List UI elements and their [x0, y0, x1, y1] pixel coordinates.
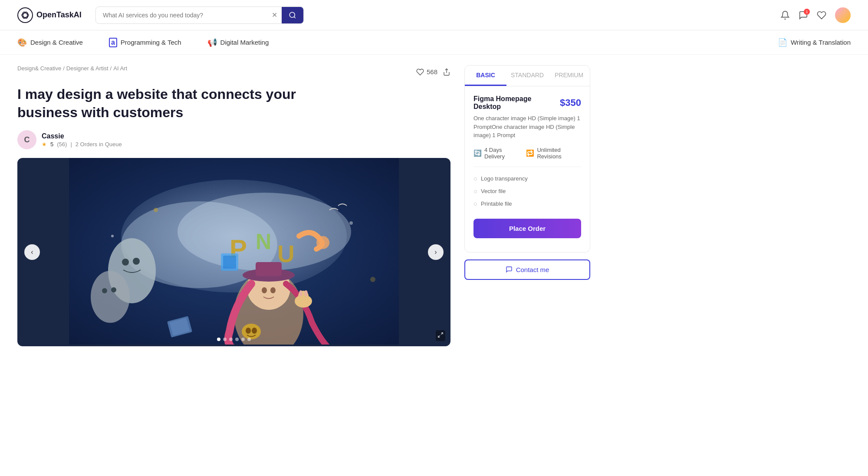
breadcrumb-designer[interactable]: Designer & Artist [66, 65, 108, 72]
svg-point-3 [289, 12, 295, 17]
star-icon: ★ [42, 141, 47, 148]
rating-count: (56) [57, 141, 67, 148]
revisions-text: Unlimited Revisions [537, 147, 581, 160]
nav-label-design: Design & Creative [30, 39, 83, 46]
rating-score: 5 [50, 141, 53, 148]
feature-label-3: Printable file [481, 200, 512, 207]
package-price: $350 [560, 97, 581, 108]
package-title-row: Figma Homepage Desktop $350 [473, 95, 581, 111]
delivery-icon: 🔄 [473, 149, 482, 157]
pricing-tabs: BASIC STANDARD PREMIUM [465, 66, 590, 86]
dot-6[interactable] [247, 338, 251, 341]
svg-point-38 [242, 324, 261, 339]
svg-point-12 [133, 258, 140, 265]
delivery-info: 🔄 4 Days Delivery [473, 147, 519, 160]
order-panel: BASIC STANDARD PREMIUM Figma Homepage De… [464, 65, 590, 346]
marketing-icon: 📢 [207, 38, 217, 47]
svg-point-11 [122, 259, 129, 266]
search-bar: ✕ [95, 7, 304, 24]
svg-point-30 [299, 290, 302, 296]
svg-point-39 [246, 328, 251, 334]
logo-text: OpenTaskAI [36, 10, 82, 20]
feature-check-1: ○ [473, 175, 477, 182]
svg-rect-25 [256, 262, 282, 276]
feature-label-1: Logo transparency [481, 175, 528, 182]
divider [473, 167, 581, 167]
svg-point-21 [316, 236, 329, 249]
listing-left: Design& Creative / Designer & Artist / A… [17, 65, 450, 346]
nav-item-programming[interactable]: a Programming & Tech [109, 38, 181, 47]
svg-point-40 [252, 328, 257, 334]
svg-point-26 [262, 287, 267, 293]
svg-line-42 [438, 335, 440, 337]
feature-1: ○ Logo transparency [473, 172, 581, 185]
feature-3: ○ Printable file [473, 197, 581, 210]
svg-point-31 [304, 290, 308, 296]
svg-text:N: N [256, 230, 271, 254]
author-avatar: C [17, 130, 36, 149]
feature-label-2: Vector file [481, 188, 506, 194]
like-count: 568 [416, 68, 437, 76]
main-nav: 🎨 Design & Creative a Programming & Tech… [0, 30, 868, 55]
revisions-icon: 🔁 [526, 149, 534, 157]
contact-section: Contact me [464, 259, 590, 280]
clear-search-button[interactable]: ✕ [267, 11, 282, 19]
share-icon [443, 68, 450, 76]
expand-icon[interactable] [436, 330, 445, 341]
feature-check-3: ○ [473, 200, 477, 207]
message-badge: 1 [804, 9, 810, 15]
avatar[interactable] [835, 7, 851, 23]
dot-1[interactable] [217, 338, 220, 341]
svg-point-32 [154, 208, 158, 212]
messages-button[interactable]: 1 [799, 10, 808, 20]
chat-bubble-icon [506, 266, 513, 273]
search-input[interactable] [96, 7, 267, 23]
nav-item-writing[interactable]: 📄 Writing & Translation [778, 38, 851, 47]
likes-number: 568 [427, 68, 437, 76]
page-title: I may design a website that connects you… [17, 85, 347, 121]
pricing-panel: BASIC STANDARD PREMIUM Figma Homepage De… [464, 65, 590, 253]
revisions-info: 🔁 Unlimited Revisions [526, 147, 581, 160]
heart-outline-icon [416, 68, 424, 76]
carousel-prev-button[interactable]: ‹ [24, 244, 40, 260]
feature-2: ○ Vector file [473, 185, 581, 197]
share-button[interactable] [443, 68, 450, 76]
breadcrumb-actions: 568 [416, 68, 450, 76]
nav-item-design[interactable]: 🎨 Design & Creative [17, 38, 83, 47]
dot-4[interactable] [235, 338, 239, 341]
tab-standard[interactable]: STANDARD [506, 66, 548, 86]
nav-label-marketing: Digital Marketing [220, 39, 269, 46]
breadcrumb: Design& Creative / Designer & Artist / A… [17, 65, 127, 72]
nav-label-programming: Programming & Tech [121, 39, 181, 46]
carousel-image: P N U [17, 158, 450, 345]
nav-item-marketing[interactable]: 📢 Digital Marketing [207, 38, 269, 47]
nav-label-writing: Writing & Translation [791, 39, 851, 46]
tab-premium[interactable]: PREMIUM [548, 66, 590, 86]
feature-list: ○ Logo transparency ○ Vector file ○ Prin… [473, 172, 581, 210]
panel-body: Figma Homepage Desktop $350 One characte… [465, 86, 590, 252]
author-name: Cassie [42, 132, 122, 140]
dot-3[interactable] [229, 338, 233, 341]
contact-label: Contact me [516, 266, 549, 273]
image-carousel: P N U [17, 158, 450, 346]
tab-basic[interactable]: BASIC [465, 66, 506, 86]
dot-2[interactable] [223, 338, 227, 341]
favorites-button[interactable] [817, 10, 826, 20]
design-icon: 🎨 [17, 38, 27, 47]
author-details: Cassie ★ 5 (56) | 2 Orders in Queue [42, 132, 122, 148]
logo[interactable]: OpenTaskAI [17, 7, 87, 23]
breadcrumb-design[interactable]: Design& Creative [17, 65, 61, 72]
svg-point-13 [91, 271, 130, 323]
svg-point-35 [111, 235, 114, 237]
breadcrumb-ai-art[interactable]: AI Art [113, 65, 127, 72]
contact-button[interactable]: Contact me [464, 259, 590, 280]
svg-rect-20 [223, 256, 236, 269]
author-info: C Cassie ★ 5 (56) | 2 Orders in Queue [17, 130, 450, 149]
notification-button[interactable] [780, 10, 790, 20]
carousel-next-button[interactable]: › [428, 244, 444, 260]
heart-icon [817, 10, 826, 20]
dot-5[interactable] [241, 338, 245, 341]
place-order-button[interactable]: Place Order [473, 219, 581, 238]
search-button[interactable] [282, 7, 303, 23]
orders-queue: 2 Orders in Queue [76, 141, 122, 148]
